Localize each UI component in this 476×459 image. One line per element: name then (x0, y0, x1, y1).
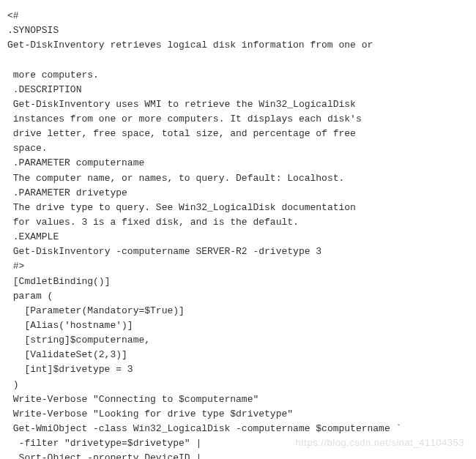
code-line: ) (7, 379, 19, 390)
code-line: [ValidateSet(2,3)] (7, 349, 127, 360)
code-line: The drive type to query. See Win32_Logic… (7, 202, 356, 213)
code-line: param ( (7, 291, 53, 302)
code-line: Get-DiskInventory uses WMI to retrieve t… (7, 99, 356, 110)
code-line: .PARAMETER computername (7, 157, 144, 168)
code-line: Sort-Object -property DeviceID | (7, 452, 201, 459)
code-line: .DESCRIPTION (7, 84, 81, 95)
code-line: [string]$computername, (7, 335, 150, 346)
code-line: Write-Verbose "Connecting to $computerna… (7, 394, 259, 405)
code-line: .PARAMETER drivetype (7, 187, 127, 198)
code-line: <# (7, 10, 19, 21)
code-line: Get-WmiObject -class Win32_LogicalDisk -… (7, 423, 401, 434)
code-line: space. (7, 143, 48, 154)
code-line: [CmdletBinding()] (7, 276, 110, 287)
code-line: -filter "drivetype=$drivetype" | (7, 438, 201, 449)
code-line: The computer name, or names, to query. D… (7, 173, 344, 184)
code-line: .SYNOPSIS (7, 25, 59, 36)
code-line: Write-Verbose "Looking for drive type $d… (7, 408, 293, 419)
code-line: #> (7, 261, 24, 272)
code-line: drive letter, free space, total size, an… (7, 128, 356, 139)
code-line: Get-DiskInventory -computername SERVER-R… (7, 246, 321, 257)
code-line: more computers. (7, 70, 99, 81)
code-line: instances from one or more computers. It… (7, 113, 362, 124)
code-block: <# .SYNOPSIS Get-DiskInventory retrieves… (7, 9, 469, 459)
code-line: [int]$drivetype = 3 (7, 364, 133, 375)
code-line: [Alias('hostname')] (7, 320, 133, 331)
code-line: .EXAMPLE (7, 231, 59, 242)
code-line: Get-DiskInventory retrieves logical disk… (7, 40, 373, 51)
code-line: [Parameter(Mandatory=$True)] (7, 305, 185, 316)
code-line: for values. 3 is a fixed disk, and is th… (7, 217, 299, 228)
